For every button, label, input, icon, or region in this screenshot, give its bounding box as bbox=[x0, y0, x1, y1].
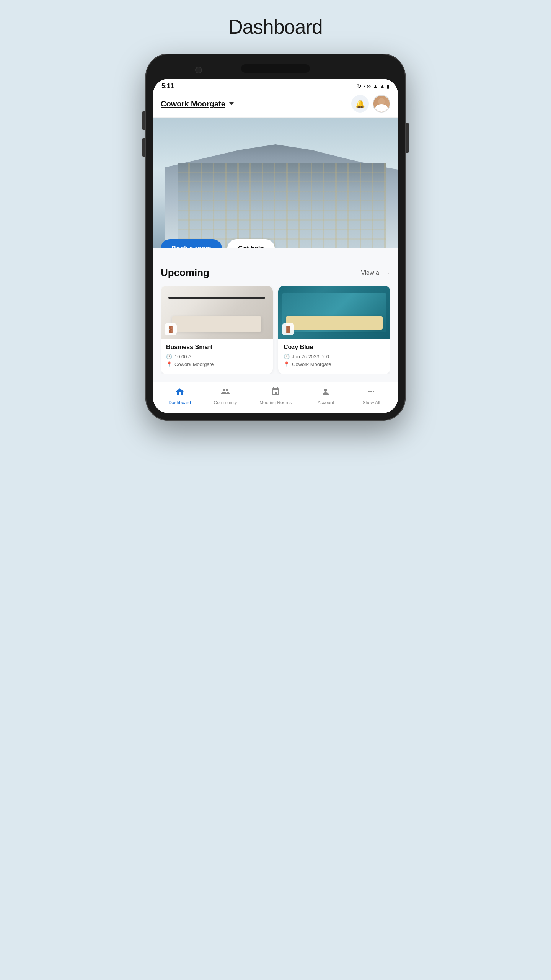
account-icon bbox=[321, 387, 330, 399]
card-image: 🚪 bbox=[278, 286, 390, 339]
front-camera bbox=[195, 67, 202, 74]
hero-buttons: Book a room Get help bbox=[161, 239, 275, 248]
battery-icon: ▮ bbox=[386, 83, 390, 89]
home-icon bbox=[175, 387, 184, 399]
workspace-name: Cowork Moorgate bbox=[161, 100, 225, 108]
upcoming-section-header: Upcoming View all → bbox=[161, 267, 390, 279]
volume-down-button bbox=[142, 138, 145, 157]
card-location: 📍 Cowork Moorgate bbox=[166, 361, 267, 367]
door-icon: 🚪 bbox=[282, 323, 294, 335]
card-body: Business Smart 🕐 10:00 A... 📍 Cowork Moo… bbox=[161, 339, 273, 374]
calendar-icon bbox=[271, 387, 280, 399]
power-button bbox=[406, 122, 409, 153]
phone-screen: 5:11 ↻ ▪ ⊘ ▲ ▲ ▮ Cowork Moorgate bbox=[153, 79, 398, 413]
card-room-name: Business Smart bbox=[166, 344, 267, 351]
status-time: 5:11 bbox=[161, 83, 174, 90]
bottom-navigation: Dashboard Community Meeting Rooms bbox=[153, 382, 398, 413]
upcoming-title: Upcoming bbox=[161, 267, 209, 279]
clock-icon: 🕐 bbox=[166, 354, 172, 359]
status-icons: ↻ ▪ ⊘ ▲ ▲ ▮ bbox=[357, 83, 390, 89]
main-content: Upcoming View all → 🚪 Business Smart bbox=[153, 248, 398, 382]
card-time: 🕐 Jun 26 2023, 2:0... bbox=[284, 354, 385, 359]
phone-frame: 5:11 ↻ ▪ ⊘ ▲ ▲ ▮ Cowork Moorgate bbox=[145, 54, 406, 421]
community-icon bbox=[221, 387, 230, 399]
sd-card-icon: ▪ bbox=[363, 83, 365, 89]
card-location: 📍 Cowork Moorgate bbox=[284, 361, 385, 367]
view-all-link[interactable]: View all → bbox=[361, 270, 390, 276]
nav-item-meeting-rooms[interactable]: Meeting Rooms bbox=[259, 387, 292, 405]
nav-item-community[interactable]: Community bbox=[214, 387, 237, 405]
nav-meeting-rooms-label: Meeting Rooms bbox=[259, 400, 292, 405]
location-icon: 📍 bbox=[166, 361, 172, 367]
nav-account-label: Account bbox=[318, 400, 334, 405]
page-title: Dashboard bbox=[228, 15, 322, 38]
room-card[interactable]: 🚪 Business Smart 🕐 10:00 A... 📍 Cowork M… bbox=[161, 286, 273, 374]
card-time: 🕐 10:00 A... bbox=[166, 354, 267, 359]
card-time-value: Jun 26 2023, 2:0... bbox=[292, 354, 333, 359]
hero-building-image bbox=[153, 118, 398, 248]
chevron-down-icon bbox=[229, 102, 234, 105]
room-card[interactable]: 🚪 Cozy Blue 🕐 Jun 26 2023, 2:0... 📍 Cowo… bbox=[278, 286, 390, 374]
arrow-right-icon: → bbox=[384, 270, 390, 276]
header-actions: 🔔 bbox=[351, 95, 390, 113]
nav-item-show-all[interactable]: Show All bbox=[360, 387, 383, 405]
card-time-value: 10:00 A... bbox=[174, 354, 196, 359]
card-body: Cozy Blue 🕐 Jun 26 2023, 2:0... 📍 Cowork… bbox=[278, 339, 390, 374]
hero-section: Book a room Get help bbox=[153, 118, 398, 248]
card-image: 🚪 bbox=[161, 286, 273, 339]
user-avatar-image bbox=[373, 96, 390, 112]
nav-item-dashboard[interactable]: Dashboard bbox=[168, 387, 191, 405]
sync-icon: ↻ bbox=[357, 83, 362, 89]
avatar[interactable] bbox=[373, 95, 390, 113]
volume-up-button bbox=[142, 111, 145, 130]
view-all-label: View all bbox=[361, 270, 382, 276]
app-header: Cowork Moorgate 🔔 bbox=[153, 92, 398, 118]
clock-icon: 🕐 bbox=[284, 354, 290, 359]
signal-icon: ▲ bbox=[380, 83, 385, 89]
dnd-icon: ⊘ bbox=[367, 83, 371, 89]
workspace-selector[interactable]: Cowork Moorgate bbox=[161, 100, 234, 108]
nav-community-label: Community bbox=[214, 400, 237, 405]
card-location-value: Cowork Moorgate bbox=[174, 361, 214, 367]
status-bar: 5:11 ↻ ▪ ⊘ ▲ ▲ ▮ bbox=[153, 79, 398, 92]
location-icon: 📍 bbox=[284, 361, 290, 367]
card-room-name: Cozy Blue bbox=[284, 344, 385, 351]
notification-button[interactable]: 🔔 bbox=[351, 95, 369, 113]
speaker-grill bbox=[241, 64, 310, 73]
get-help-button[interactable]: Get help bbox=[227, 239, 275, 248]
card-location-value: Cowork Moorgate bbox=[292, 361, 331, 367]
wifi-icon: ▲ bbox=[373, 83, 378, 89]
upcoming-cards-row: 🚪 Business Smart 🕐 10:00 A... 📍 Cowork M… bbox=[161, 286, 390, 374]
nav-item-account[interactable]: Account bbox=[314, 387, 337, 405]
book-room-button[interactable]: Book a room bbox=[161, 239, 222, 248]
more-icon bbox=[367, 387, 376, 399]
nav-show-all-label: Show All bbox=[362, 400, 380, 405]
room-image-cozy-blue bbox=[278, 286, 390, 339]
nav-dashboard-label: Dashboard bbox=[168, 400, 191, 405]
room-image-business-smart bbox=[161, 286, 273, 339]
bell-icon: 🔔 bbox=[355, 99, 365, 108]
door-icon: 🚪 bbox=[165, 323, 177, 335]
